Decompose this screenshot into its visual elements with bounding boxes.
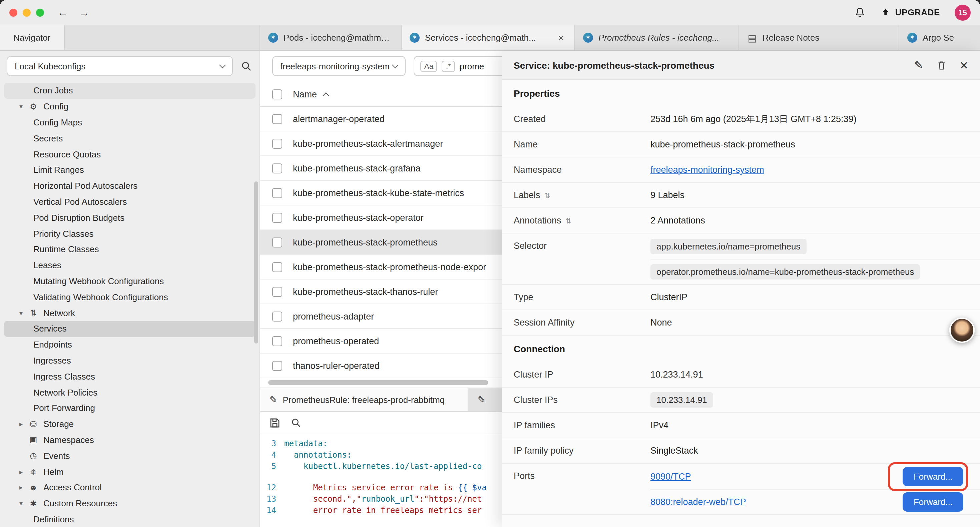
sidebar-item[interactable]: Secrets (4, 131, 256, 146)
editor-tab-active[interactable]: PrometheusRule: freeleaps-prod-rabbitmq (260, 388, 468, 411)
detail-row-name: Name kube-prometheus-stack-prometheus (502, 132, 980, 158)
namespace-link[interactable]: freeleaps-monitoring-system (651, 165, 764, 175)
service-name: kube-prometheus-stack-prometheus-node-ex… (293, 262, 486, 272)
tree-chevron-icon[interactable] (16, 103, 26, 110)
detail-label: Created (514, 114, 651, 124)
tree-chevron-icon[interactable] (16, 468, 26, 475)
match-case-toggle[interactable]: Aa (420, 61, 437, 72)
sidebar-item-label: Secrets (33, 134, 63, 143)
tree-chevron-icon[interactable] (16, 420, 26, 428)
sidebar-item[interactable]: Ingresses (4, 353, 256, 369)
app-tab[interactable]: Prometheus Rules - icecheng... (575, 25, 739, 50)
detail-value: IPv4 (651, 420, 968, 430)
sidebar-item[interactable]: Limit Ranges (4, 162, 256, 178)
upgrade-button[interactable]: UPGRADE (881, 7, 940, 18)
kubernetes-cluster-icon (583, 33, 593, 43)
regex-toggle[interactable]: .* (442, 61, 455, 72)
tree-chevron-icon[interactable] (16, 500, 26, 507)
horizontal-scrollbar-thumb[interactable] (268, 380, 488, 385)
sidebar-item[interactable]: Custom Resources (4, 495, 256, 511)
upgrade-label: UPGRADE (895, 7, 940, 18)
sidebar-item[interactable]: Network Policies (4, 384, 256, 400)
sidebar-item[interactable]: Ingress Classes (4, 369, 256, 385)
sidebar-item[interactable]: Priority Classes (4, 226, 256, 242)
namespace-select[interactable]: freeleaps-monitoring-system (272, 56, 406, 76)
tree-icon (27, 498, 39, 508)
sidebar-scrollbar[interactable] (254, 182, 258, 344)
sidebar-item[interactable]: Config Maps (4, 115, 256, 131)
row-checkbox[interactable] (272, 114, 282, 124)
sidebar-item[interactable]: Pod Disruption Budgets (4, 210, 256, 226)
row-checkbox[interactable] (272, 163, 282, 173)
sidebar-search-icon[interactable] (241, 61, 251, 72)
row-checkbox[interactable] (272, 361, 282, 371)
app-tab[interactable]: Pods - icecheng@mathmas... (260, 25, 402, 50)
select-all-checkbox[interactable] (272, 89, 282, 99)
tab-close-icon[interactable] (556, 32, 566, 43)
tree-chevron-icon[interactable] (16, 309, 26, 317)
detail-label: Namespace (514, 165, 651, 175)
forward-button[interactable]: → (79, 7, 89, 18)
sidebar-item[interactable]: Mutating Webhook Configurations (4, 273, 256, 289)
editor-search-icon[interactable] (291, 417, 301, 428)
forward-port-button[interactable]: Forward... (903, 466, 963, 486)
notification-badge[interactable]: 15 (955, 4, 970, 20)
properties-heading: Properties (502, 80, 980, 107)
name-column-header[interactable]: Name (293, 89, 317, 99)
row-checkbox[interactable] (272, 311, 282, 321)
tree-chevron-icon[interactable] (16, 484, 26, 491)
row-checkbox[interactable] (272, 188, 282, 198)
sidebar-item[interactable]: Network (4, 305, 256, 321)
sidebar-item[interactable]: Config (4, 99, 256, 115)
sidebar-item[interactable]: Vertical Pod Autoscalers (4, 194, 256, 210)
app-tab[interactable]: Services - icecheng@math... (402, 25, 575, 50)
service-name: kube-prometheus-stack-thanos-ruler (293, 287, 438, 296)
window-zoom-button[interactable] (36, 8, 44, 16)
sidebar-item[interactable]: Runtime Classes (4, 242, 256, 258)
detail-label: Cluster IP (514, 369, 651, 380)
port-link[interactable]: 9090/TCP (651, 471, 691, 481)
back-button[interactable]: ← (57, 7, 68, 18)
kubeconfig-select[interactable]: Local Kubeconfigs (7, 56, 233, 76)
sidebar-item[interactable]: Leases (4, 258, 256, 274)
sidebar-item[interactable]: Definitions (4, 511, 256, 527)
forward-port-button[interactable]: Forward... (903, 492, 963, 512)
sidebar-item[interactable]: Services (4, 321, 256, 337)
app-tab[interactable]: Argo Se (899, 25, 980, 50)
sidebar-item[interactable]: Port Forwarding (4, 400, 256, 416)
notifications-bell-icon[interactable] (854, 6, 866, 18)
tree-icon (27, 451, 39, 460)
navigator-tab[interactable]: Navigator (0, 25, 64, 50)
sort-ascending-icon[interactable] (323, 92, 329, 99)
window-minimize-button[interactable] (23, 8, 31, 16)
expand-collapse-icon[interactable] (544, 190, 550, 200)
app-tab[interactable]: Release Notes (739, 25, 899, 50)
expand-collapse-icon[interactable] (565, 215, 571, 226)
save-icon[interactable] (269, 417, 280, 428)
sidebar-item[interactable]: Namespaces (4, 432, 256, 448)
sidebar-item[interactable]: Helm (4, 463, 256, 480)
row-checkbox[interactable] (272, 287, 282, 296)
row-checkbox[interactable] (272, 262, 282, 272)
tree-icon (27, 419, 39, 428)
delete-icon[interactable] (936, 60, 946, 70)
sidebar-item[interactable]: Cron Jobs (4, 83, 256, 99)
port-link[interactable]: 8080:reloader-web/TCP (651, 497, 746, 507)
row-checkbox[interactable] (272, 212, 282, 223)
sidebar-item[interactable]: Resource Quotas (4, 146, 256, 162)
close-icon[interactable] (960, 58, 968, 72)
window-close-button[interactable] (10, 8, 18, 16)
sidebar-item[interactable]: Endpoints (4, 337, 256, 353)
sidebar-item[interactable]: Horizontal Pod Autoscalers (4, 178, 256, 194)
sidebar-item[interactable]: Access Control (4, 480, 256, 496)
sidebar-item[interactable]: Storage (4, 416, 256, 432)
webcam-avatar[interactable] (949, 318, 975, 343)
detail-row-namespace: Namespace freeleaps-monitoring-system (502, 158, 980, 183)
chevron-down-icon (219, 62, 226, 68)
sidebar-item[interactable]: Events (4, 448, 256, 464)
row-checkbox[interactable] (272, 237, 282, 247)
sidebar-item[interactable]: Validating Webhook Configurations (4, 289, 256, 305)
row-checkbox[interactable] (272, 139, 282, 148)
edit-icon[interactable] (914, 59, 923, 72)
row-checkbox[interactable] (272, 336, 282, 346)
